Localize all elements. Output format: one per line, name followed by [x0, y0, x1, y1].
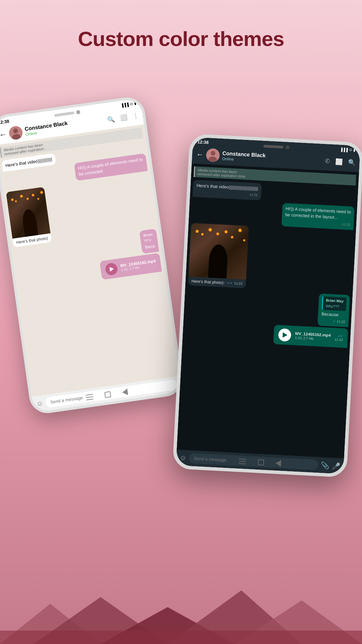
chat-bg-back: Media content has beenremoved after expi… — [0, 124, 179, 397]
mic-icon-front[interactable]: 🎤 — [332, 462, 341, 470]
nav-home-back[interactable] — [104, 391, 111, 398]
msg-check-photo-front: ✓✓ — [227, 281, 233, 285]
audio-info-front: MV_12455162.mp4 1:23, 2.7 Mb — [295, 331, 331, 341]
photo-image-front — [188, 223, 249, 279]
camera-front — [285, 145, 290, 150]
photo-lights-back — [6, 186, 50, 238]
photo-bubble-front: Here's that photo) ✏ ✓✓ 11:22 — [188, 223, 249, 288]
video-icon-back[interactable]: ⬜ — [120, 113, 128, 122]
photo-image-back — [6, 186, 50, 238]
phone-front: 12:38 ▐▐▐ ⊙ ▮ ← — [172, 133, 362, 478]
reply-time-front: 11:22 — [337, 319, 345, 324]
video-icon-front[interactable]: ⬜ — [335, 158, 343, 166]
emoji-icon-back[interactable]: ☺ — [36, 399, 44, 408]
msg-sent-reply-back: Brian Why Beca — [139, 228, 159, 254]
msg-sent-reply-front: Brian May Why??? Because ✓ 11:22 — [318, 293, 350, 327]
page-title: Custom color themes — [0, 0, 362, 64]
attachment-icon-front[interactable]: 📎 — [321, 461, 329, 469]
chat-bg-front: Media content has beenremoved after expi… — [177, 163, 359, 458]
nav-menu-back[interactable] — [85, 394, 94, 400]
header-icons-back: 🔍 ⬜ ⋮ — [107, 112, 139, 124]
search-icon-front[interactable]: 🔍 — [348, 159, 356, 166]
status-time-front: 12:38 — [197, 139, 209, 145]
wifi-icon-back: ⊙ — [130, 102, 133, 106]
avatar-back — [8, 125, 23, 140]
phone-icon-front[interactable]: ✆ — [325, 157, 330, 165]
play-icon-back — [110, 266, 114, 272]
reply-text-front: Why??? — [325, 304, 343, 310]
photo-bubble-back: Here's that photo) — [6, 186, 52, 247]
photo-caption-front: Here's that photo) — [191, 279, 224, 285]
search-icon-back[interactable]: 🔍 — [107, 115, 115, 124]
audio-time-front: 11:22 — [335, 337, 343, 341]
mountains-bg — [0, 577, 362, 644]
reply-name-front: Brian May — [326, 298, 344, 304]
phones-wrapper: 12:38 ▐▐▐ ⊙ ▮ ← — [0, 71, 362, 574]
msg-received-video-front: Here's that video)))))))))))))))))))) 11… — [193, 180, 262, 201]
photo-lights-front — [188, 223, 249, 279]
emoji-icon-front[interactable]: ☺ — [179, 454, 187, 462]
play-button-front[interactable] — [278, 328, 291, 341]
play-icon-front — [283, 332, 288, 338]
avatar-front — [206, 148, 220, 162]
photo-time-front: 11:22 — [234, 281, 243, 285]
chat-messages-front: Media content has beenremoved after expi… — [182, 163, 359, 351]
speaker-front — [263, 145, 284, 149]
header-icons-front: ✆ ⬜ 🔍 — [325, 157, 356, 166]
audio-bubble-front: MV_12455162.mp4 1:23, 2.7 Mb ✓✓ 11:22 — [273, 325, 348, 348]
audio-info-back: MV_12455162.mp4 1:23, 2.7 Mb — [120, 259, 157, 272]
nav-home-front[interactable] — [258, 459, 264, 466]
msg-sent-hi-front: Hi!)) A couple of elements need tobe cor… — [281, 203, 354, 230]
more-icon-back[interactable]: ⋮ — [132, 112, 139, 120]
phone-back: 12:38 ▐▐▐ ⊙ ▮ ← — [0, 95, 184, 415]
status-icons-front: ▐▐▐ ⊙ ▮ — [340, 147, 356, 152]
pen-icon: ✏ — [223, 281, 226, 284]
signal-icon-back: ▐▐▐ — [121, 102, 129, 107]
nav-menu-front[interactable] — [239, 459, 246, 464]
msg-check-reply-front: ✓ — [333, 319, 336, 324]
chat-messages-back: Media content has beenremoved after expi… — [0, 124, 165, 294]
reply-bubble-front: Brian May Why??? — [322, 296, 347, 311]
wifi-icon-front: ⊙ — [349, 148, 352, 152]
battery-icon-back: ▮ — [134, 101, 136, 106]
play-button-back[interactable] — [105, 262, 118, 276]
contact-info-front: Constance Black Online — [222, 150, 322, 166]
msg-sent-hi-back: Hi!)) A couple of elements need tobe cor… — [74, 153, 147, 181]
back-button-front[interactable]: ← — [196, 150, 204, 159]
signal-icon-front: ▐▐▐ — [340, 147, 348, 152]
nav-back-front[interactable] — [276, 460, 281, 467]
back-button-back[interactable]: ← — [0, 130, 7, 140]
svg-rect-11 — [0, 631, 362, 644]
camera-back — [76, 110, 81, 115]
battery-icon-front: ▮ — [353, 148, 356, 152]
nav-back-back[interactable] — [122, 388, 128, 396]
